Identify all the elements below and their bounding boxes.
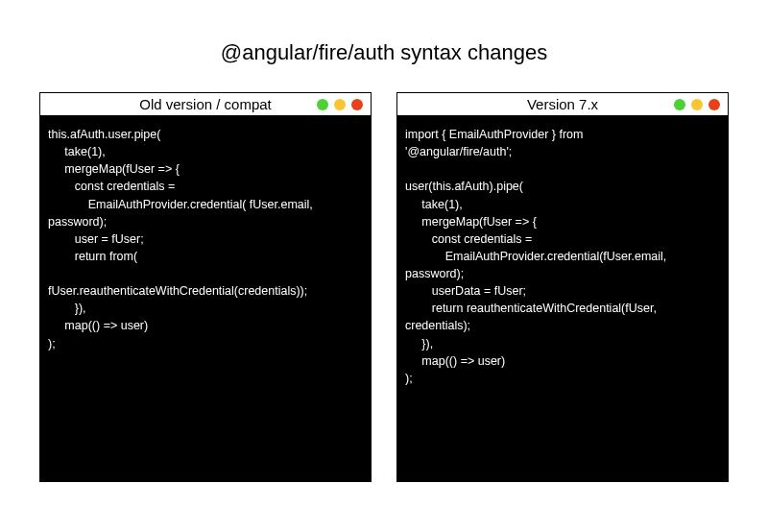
panel-header-left: Old version / compat [40, 93, 371, 116]
panel-new-version: Version 7.x import { EmailAuthProvider }… [396, 92, 729, 482]
panel-old-version: Old version / compat this.afAuth.user.pi… [39, 92, 372, 482]
yellow-light-icon [334, 99, 346, 110]
panel-header-right: Version 7.x [397, 93, 728, 116]
red-light-icon [351, 99, 363, 110]
panel-title-left: Old version / compat [139, 96, 272, 112]
code-block-left: this.afAuth.user.pipe( take(1), mergeMap… [40, 116, 371, 481]
panels-container: Old version / compat this.afAuth.user.pi… [0, 92, 768, 482]
red-light-icon [708, 99, 720, 110]
page-title: @angular/fire/auth syntax changes [0, 0, 768, 92]
traffic-lights-right [674, 99, 720, 110]
panel-title-right: Version 7.x [527, 96, 598, 112]
traffic-lights-left [317, 99, 363, 110]
yellow-light-icon [691, 99, 703, 110]
green-light-icon [674, 99, 685, 110]
green-light-icon [317, 99, 328, 110]
code-block-right: import { EmailAuthProvider } from '@angu… [397, 116, 728, 481]
